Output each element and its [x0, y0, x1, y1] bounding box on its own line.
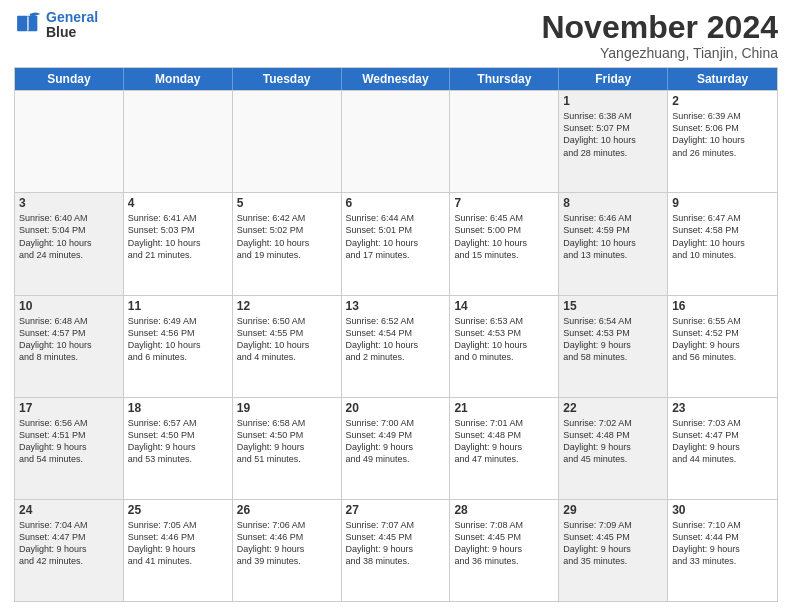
- logo-icon: [14, 11, 42, 39]
- cell-info: Sunrise: 7:05 AM Sunset: 4:46 PM Dayligh…: [128, 519, 228, 568]
- title-block: November 2024 Yangezhuang, Tianjin, Chin…: [541, 10, 778, 61]
- cell-info: Sunrise: 6:46 AM Sunset: 4:59 PM Dayligh…: [563, 212, 663, 261]
- calendar-cell: [15, 91, 124, 192]
- calendar-cell: [124, 91, 233, 192]
- cell-info: Sunrise: 7:08 AM Sunset: 4:45 PM Dayligh…: [454, 519, 554, 568]
- day-number: 13: [346, 299, 446, 313]
- day-number: 24: [19, 503, 119, 517]
- calendar-cell: 13Sunrise: 6:52 AM Sunset: 4:54 PM Dayli…: [342, 296, 451, 397]
- day-number: 5: [237, 196, 337, 210]
- cell-info: Sunrise: 6:48 AM Sunset: 4:57 PM Dayligh…: [19, 315, 119, 364]
- day-number: 27: [346, 503, 446, 517]
- weekday-header: Friday: [559, 68, 668, 90]
- calendar-cell: [450, 91, 559, 192]
- day-number: 15: [563, 299, 663, 313]
- calendar-cell: 20Sunrise: 7:00 AM Sunset: 4:49 PM Dayli…: [342, 398, 451, 499]
- calendar-cell: 21Sunrise: 7:01 AM Sunset: 4:48 PM Dayli…: [450, 398, 559, 499]
- calendar-header: SundayMondayTuesdayWednesdayThursdayFrid…: [15, 68, 777, 90]
- cell-info: Sunrise: 6:41 AM Sunset: 5:03 PM Dayligh…: [128, 212, 228, 261]
- cell-info: Sunrise: 6:57 AM Sunset: 4:50 PM Dayligh…: [128, 417, 228, 466]
- calendar-cell: 9Sunrise: 6:47 AM Sunset: 4:58 PM Daylig…: [668, 193, 777, 294]
- calendar-row: 24Sunrise: 7:04 AM Sunset: 4:47 PM Dayli…: [15, 499, 777, 601]
- day-number: 18: [128, 401, 228, 415]
- calendar-cell: 4Sunrise: 6:41 AM Sunset: 5:03 PM Daylig…: [124, 193, 233, 294]
- cell-info: Sunrise: 7:00 AM Sunset: 4:49 PM Dayligh…: [346, 417, 446, 466]
- cell-info: Sunrise: 6:40 AM Sunset: 5:04 PM Dayligh…: [19, 212, 119, 261]
- cell-info: Sunrise: 6:39 AM Sunset: 5:06 PM Dayligh…: [672, 110, 773, 159]
- calendar-cell: 18Sunrise: 6:57 AM Sunset: 4:50 PM Dayli…: [124, 398, 233, 499]
- weekday-header: Wednesday: [342, 68, 451, 90]
- calendar: SundayMondayTuesdayWednesdayThursdayFrid…: [14, 67, 778, 602]
- cell-info: Sunrise: 7:10 AM Sunset: 4:44 PM Dayligh…: [672, 519, 773, 568]
- calendar-cell: 6Sunrise: 6:44 AM Sunset: 5:01 PM Daylig…: [342, 193, 451, 294]
- day-number: 29: [563, 503, 663, 517]
- cell-info: Sunrise: 6:44 AM Sunset: 5:01 PM Dayligh…: [346, 212, 446, 261]
- cell-info: Sunrise: 6:42 AM Sunset: 5:02 PM Dayligh…: [237, 212, 337, 261]
- weekday-header: Thursday: [450, 68, 559, 90]
- calendar-cell: 25Sunrise: 7:05 AM Sunset: 4:46 PM Dayli…: [124, 500, 233, 601]
- calendar-cell: 26Sunrise: 7:06 AM Sunset: 4:46 PM Dayli…: [233, 500, 342, 601]
- day-number: 30: [672, 503, 773, 517]
- calendar-cell: 23Sunrise: 7:03 AM Sunset: 4:47 PM Dayli…: [668, 398, 777, 499]
- calendar-row: 3Sunrise: 6:40 AM Sunset: 5:04 PM Daylig…: [15, 192, 777, 294]
- cell-info: Sunrise: 6:47 AM Sunset: 4:58 PM Dayligh…: [672, 212, 773, 261]
- weekday-header: Tuesday: [233, 68, 342, 90]
- day-number: 16: [672, 299, 773, 313]
- calendar-cell: [342, 91, 451, 192]
- calendar-cell: 3Sunrise: 6:40 AM Sunset: 5:04 PM Daylig…: [15, 193, 124, 294]
- cell-info: Sunrise: 7:02 AM Sunset: 4:48 PM Dayligh…: [563, 417, 663, 466]
- day-number: 26: [237, 503, 337, 517]
- day-number: 12: [237, 299, 337, 313]
- weekday-header: Saturday: [668, 68, 777, 90]
- day-number: 2: [672, 94, 773, 108]
- day-number: 17: [19, 401, 119, 415]
- calendar-cell: 14Sunrise: 6:53 AM Sunset: 4:53 PM Dayli…: [450, 296, 559, 397]
- cell-info: Sunrise: 7:04 AM Sunset: 4:47 PM Dayligh…: [19, 519, 119, 568]
- calendar-cell: 29Sunrise: 7:09 AM Sunset: 4:45 PM Dayli…: [559, 500, 668, 601]
- day-number: 14: [454, 299, 554, 313]
- cell-info: Sunrise: 6:55 AM Sunset: 4:52 PM Dayligh…: [672, 315, 773, 364]
- calendar-cell: 7Sunrise: 6:45 AM Sunset: 5:00 PM Daylig…: [450, 193, 559, 294]
- cell-info: Sunrise: 6:38 AM Sunset: 5:07 PM Dayligh…: [563, 110, 663, 159]
- cell-info: Sunrise: 6:50 AM Sunset: 4:55 PM Dayligh…: [237, 315, 337, 364]
- day-number: 19: [237, 401, 337, 415]
- location-subtitle: Yangezhuang, Tianjin, China: [541, 45, 778, 61]
- calendar-cell: 28Sunrise: 7:08 AM Sunset: 4:45 PM Dayli…: [450, 500, 559, 601]
- calendar-cell: 15Sunrise: 6:54 AM Sunset: 4:53 PM Dayli…: [559, 296, 668, 397]
- cell-info: Sunrise: 7:01 AM Sunset: 4:48 PM Dayligh…: [454, 417, 554, 466]
- logo-line2: Blue: [46, 25, 98, 40]
- calendar-cell: 5Sunrise: 6:42 AM Sunset: 5:02 PM Daylig…: [233, 193, 342, 294]
- day-number: 21: [454, 401, 554, 415]
- day-number: 23: [672, 401, 773, 415]
- day-number: 25: [128, 503, 228, 517]
- header: General Blue November 2024 Yangezhuang, …: [14, 10, 778, 61]
- svg-rect-2: [27, 16, 37, 32]
- day-number: 20: [346, 401, 446, 415]
- calendar-row: 17Sunrise: 6:56 AM Sunset: 4:51 PM Dayli…: [15, 397, 777, 499]
- cell-info: Sunrise: 6:52 AM Sunset: 4:54 PM Dayligh…: [346, 315, 446, 364]
- calendar-cell: 2Sunrise: 6:39 AM Sunset: 5:06 PM Daylig…: [668, 91, 777, 192]
- day-number: 1: [563, 94, 663, 108]
- day-number: 7: [454, 196, 554, 210]
- day-number: 4: [128, 196, 228, 210]
- day-number: 11: [128, 299, 228, 313]
- cell-info: Sunrise: 7:03 AM Sunset: 4:47 PM Dayligh…: [672, 417, 773, 466]
- day-number: 3: [19, 196, 119, 210]
- calendar-cell: 24Sunrise: 7:04 AM Sunset: 4:47 PM Dayli…: [15, 500, 124, 601]
- calendar-cell: [233, 91, 342, 192]
- calendar-cell: 27Sunrise: 7:07 AM Sunset: 4:45 PM Dayli…: [342, 500, 451, 601]
- cell-info: Sunrise: 7:07 AM Sunset: 4:45 PM Dayligh…: [346, 519, 446, 568]
- day-number: 28: [454, 503, 554, 517]
- svg-rect-1: [17, 16, 27, 32]
- calendar-cell: 10Sunrise: 6:48 AM Sunset: 4:57 PM Dayli…: [15, 296, 124, 397]
- logo-text: General Blue: [46, 10, 98, 41]
- logo: General Blue: [14, 10, 98, 41]
- cell-info: Sunrise: 7:06 AM Sunset: 4:46 PM Dayligh…: [237, 519, 337, 568]
- cell-info: Sunrise: 7:09 AM Sunset: 4:45 PM Dayligh…: [563, 519, 663, 568]
- page: General Blue November 2024 Yangezhuang, …: [0, 0, 792, 612]
- calendar-cell: 30Sunrise: 7:10 AM Sunset: 4:44 PM Dayli…: [668, 500, 777, 601]
- calendar-cell: 8Sunrise: 6:46 AM Sunset: 4:59 PM Daylig…: [559, 193, 668, 294]
- cell-info: Sunrise: 6:45 AM Sunset: 5:00 PM Dayligh…: [454, 212, 554, 261]
- day-number: 22: [563, 401, 663, 415]
- calendar-body: 1Sunrise: 6:38 AM Sunset: 5:07 PM Daylig…: [15, 90, 777, 601]
